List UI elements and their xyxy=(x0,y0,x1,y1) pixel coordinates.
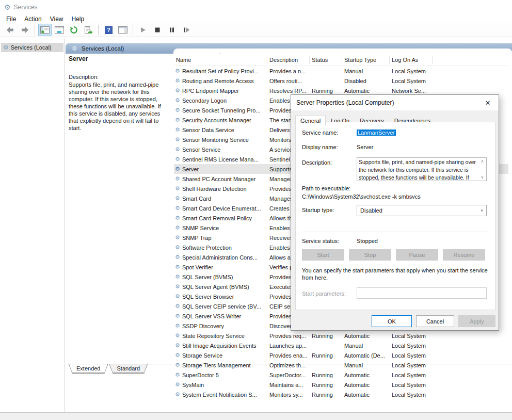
service-gear-icon: ⚙ xyxy=(175,234,180,241)
service-name: State Repository Service xyxy=(182,333,245,339)
service-name: SQL Server CEIP service (BV... xyxy=(182,303,261,310)
service-gear-icon: ⚙ xyxy=(175,68,180,74)
stop-button[interactable]: Stop xyxy=(349,249,391,261)
service-gear-icon: ⚙ xyxy=(175,264,180,270)
stop-service-icon[interactable] xyxy=(151,24,164,36)
service-name: System Events Broker xyxy=(182,401,238,402)
service-startup-type: Automatic xyxy=(342,88,390,94)
service-name: SysMain xyxy=(182,382,204,388)
server-properties-dialog: Server Properties (Local Computer) ✕ Gen… xyxy=(291,94,499,331)
service-name: Resultant Set of Policy Provi... xyxy=(182,68,259,74)
table-row[interactable]: ⚙Resultant Set of Policy Provi... Provid… xyxy=(174,66,508,76)
column-header-log-on-as[interactable]: Log On As xyxy=(390,56,433,64)
table-row[interactable]: ⚙System Event Notification S... Monitors… xyxy=(174,390,508,399)
tab-general[interactable]: General xyxy=(295,116,326,126)
start-button[interactable]: Start xyxy=(302,249,344,261)
description-scrollbar[interactable]: ∧ ∨ xyxy=(479,158,486,181)
status-bar xyxy=(0,412,512,420)
action-pane-icon[interactable] xyxy=(116,24,130,36)
service-gear-icon: ⚙ xyxy=(175,401,180,401)
dialog-description-box[interactable]: Supports file, print, and named-pipe sha… xyxy=(357,157,487,181)
service-status: Running xyxy=(310,401,342,402)
forward-icon[interactable] xyxy=(18,24,31,36)
refresh-icon[interactable] xyxy=(67,24,81,36)
start-parameters-input[interactable] xyxy=(357,287,487,299)
service-name: SQL Server (BVMS) xyxy=(182,274,233,280)
scroll-down-icon[interactable]: ∨ xyxy=(481,175,484,180)
scroll-up-icon[interactable]: ∧ xyxy=(481,159,484,164)
dialog-title: Server Properties (Local Computer) xyxy=(296,99,394,106)
view-tabs: ExtendedStandard xyxy=(66,364,512,375)
service-gear-icon: ⚙ xyxy=(175,146,180,153)
menu-view[interactable]: View xyxy=(46,15,68,23)
toolbar-separator xyxy=(35,25,35,35)
window-properties-icon[interactable] xyxy=(53,24,66,36)
view-tab-standard[interactable]: Standard xyxy=(109,364,148,374)
startup-type-label: Startup type: xyxy=(302,207,334,213)
band-gear-icon: ⚙ xyxy=(72,45,77,52)
app-gear-icon: ⚙ xyxy=(4,3,11,11)
service-name: Special Administration Cons... xyxy=(182,254,258,261)
menu-file[interactable]: File xyxy=(2,15,20,23)
service-startup-type: Disabled xyxy=(342,78,390,84)
tree-item-services-local[interactable]: ⚙ Services (Local) xyxy=(1,43,63,52)
service-name: Smart Card Removal Policy xyxy=(182,215,252,221)
service-gear-icon: ⚙ xyxy=(175,87,180,94)
path-value: C:\Windows\System32\svchost.exe -k smbsv… xyxy=(302,193,421,200)
help-icon[interactable]: ? xyxy=(102,24,115,36)
sort-indicator-icon: ˆ xyxy=(219,53,221,58)
view-tab-extended[interactable]: Extended xyxy=(69,364,108,374)
extended-info-pane: Server Description: Supports file, print… xyxy=(69,55,170,132)
service-logon-as: Local System xyxy=(390,392,433,398)
menu-help[interactable]: Help xyxy=(68,15,89,23)
apply-button[interactable]: Apply xyxy=(458,315,495,327)
service-name-label: Service name: xyxy=(302,130,338,136)
startup-type-value: Disabled xyxy=(360,207,382,214)
column-header-description[interactable]: Description xyxy=(267,56,310,64)
close-icon[interactable]: ✕ xyxy=(483,99,492,107)
service-gear-icon: ⚙ xyxy=(175,313,180,319)
pause-service-icon[interactable] xyxy=(165,24,179,36)
list-header: ˆ NameDescriptionStatusStartup TypeLog O… xyxy=(174,54,508,66)
service-gear-icon: ⚙ xyxy=(175,391,180,398)
service-gear-icon: ⚙ xyxy=(175,352,180,359)
console-tree-icon[interactable] xyxy=(38,24,52,36)
table-row[interactable]: ⚙Storage Service Provides ena... Running… xyxy=(174,350,508,360)
pause-button[interactable]: Pause xyxy=(396,249,438,261)
export-list-icon[interactable] xyxy=(82,24,95,36)
table-row[interactable]: ⚙Still Image Acquisition Events Launches… xyxy=(174,341,508,350)
restart-service-icon[interactable] xyxy=(180,24,193,36)
column-header-startup-type[interactable]: Startup Type xyxy=(342,56,390,64)
column-header-status[interactable]: Status xyxy=(310,56,342,64)
table-row[interactable]: ⚙State Repository Service Provides req..… xyxy=(174,331,508,341)
startup-type-select[interactable]: Disabled ▾ xyxy=(357,205,487,216)
service-name: System Event Notification S... xyxy=(182,392,257,398)
service-gear-icon: ⚙ xyxy=(175,126,180,133)
service-gear-icon: ⚙ xyxy=(175,332,180,339)
table-row[interactable]: ⚙System Events Broker Coordinat... Runni… xyxy=(174,399,508,401)
service-name: Security Accounts Manager xyxy=(182,117,251,123)
ok-button[interactable]: OK xyxy=(372,315,412,327)
table-row[interactable]: ⚙SysMain Maintains a... Running Automati… xyxy=(174,380,508,390)
service-gear-icon: ⚙ xyxy=(175,175,180,182)
service-gear-icon: ⚙ xyxy=(175,254,180,261)
resume-button[interactable]: Resume xyxy=(443,249,485,261)
service-gear-icon: ⚙ xyxy=(175,195,180,202)
service-logon-as: Local System xyxy=(390,333,433,339)
back-icon[interactable] xyxy=(4,24,17,36)
start-parameters-label: Start parameters: xyxy=(302,290,346,297)
service-status: Running xyxy=(310,88,342,94)
service-name: Routing and Remote Access xyxy=(182,78,254,84)
menu-action[interactable]: Action xyxy=(20,15,45,23)
service-gear-icon: ⚙ xyxy=(175,342,180,349)
service-description: Launches ap... xyxy=(267,343,310,349)
cancel-button[interactable]: Cancel xyxy=(416,315,454,327)
start-service-icon[interactable] xyxy=(136,24,150,36)
description-label: Description: xyxy=(69,74,170,80)
service-name: Sensor Data Service xyxy=(182,127,234,133)
service-name: SQL Server VSS Writer xyxy=(182,313,241,319)
table-row[interactable]: ⚙Routing and Remote Access Offers routi.… xyxy=(174,76,508,86)
service-name: Server xyxy=(182,166,199,172)
service-name: SQL Server Browser xyxy=(182,294,234,300)
menu-bar: FileActionViewHelp xyxy=(0,14,512,23)
